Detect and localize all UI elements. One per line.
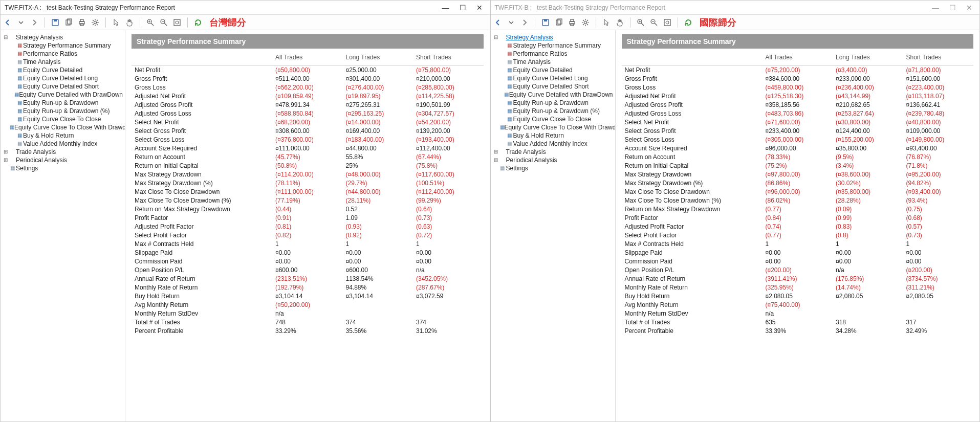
minimize-icon[interactable]: — — [932, 4, 939, 12]
tree-item[interactable]: ⊞Periodical Analysis — [3, 156, 123, 164]
zoomin-icon[interactable] — [146, 18, 155, 27]
row-label: Adjusted Net Profit — [132, 92, 272, 100]
tree-item[interactable]: ▦Equity Curve Detailed Short — [3, 82, 123, 91]
zoomout-icon[interactable] — [650, 18, 658, 27]
tree-item[interactable]: ▦Equity Curve Close To Close — [493, 115, 613, 123]
close-icon[interactable]: ✕ — [966, 4, 972, 12]
tree-expander-icon[interactable]: ⊞ — [3, 148, 9, 156]
row-label: Select Gross Profit — [132, 126, 272, 135]
tree-item[interactable]: ▦Equity Curve Close To Close With Drawdo… — [3, 123, 123, 131]
tree-item[interactable]: ▦Performance Ratios — [493, 50, 613, 58]
maximize-icon[interactable]: ☐ — [460, 4, 466, 12]
tree-item[interactable]: ▦Buy & Hold Return — [493, 131, 613, 140]
column-header: All Trades — [763, 52, 833, 65]
cell-value: (¤14,000.00) — [343, 118, 413, 126]
tree-item[interactable]: ▦Equity Run-up & Drawdown (%) — [493, 107, 613, 115]
tree-item[interactable]: ▦Equity Curve Detailed Long — [3, 74, 123, 82]
svg-rect-1 — [54, 19, 57, 21]
tree-item[interactable]: ▦Equity Curve Detailed — [3, 66, 123, 74]
cell-value: 635 — [763, 318, 833, 326]
tree-item[interactable]: ⊟Strategy Analysis — [3, 33, 123, 41]
cell-value: (0.82) — [272, 231, 343, 239]
zoomout-icon[interactable] — [160, 18, 168, 27]
tree-item[interactable]: ▦Performance Ratios — [3, 50, 123, 58]
tree-expander-icon[interactable]: ⊞ — [3, 156, 9, 164]
tree-expander-icon[interactable]: ⊞ — [493, 148, 499, 156]
tree-label: Strategy Performance Summary — [513, 41, 601, 50]
tree-item[interactable]: ▦Equity Curve Close To Close With Drawdo… — [493, 123, 613, 131]
tree-expander-icon[interactable]: ⊞ — [493, 156, 499, 164]
tree-item[interactable]: ▦Equity Run-up & Drawdown — [3, 99, 123, 107]
tree-item[interactable]: ▦Equity Curve Close To Close — [3, 115, 123, 123]
forward-icon[interactable] — [30, 18, 38, 27]
table-row: Buy Hold Return¤3,104.14¤3,104.14¤3,072.… — [132, 292, 484, 300]
cell-value: ¤0.00 — [763, 257, 833, 265]
tree-item[interactable]: ▦Equity Curve Detailed — [493, 66, 613, 74]
hand-icon[interactable] — [125, 18, 134, 27]
cell-value: (3.4%) — [833, 161, 903, 170]
refresh-icon[interactable] — [684, 18, 692, 27]
tree-item[interactable]: ▦Settings — [3, 164, 123, 172]
back-icon[interactable] — [4, 18, 12, 27]
row-label: Max Close To Close Drawdown (%) — [622, 196, 763, 205]
cell-value: (¤19,897.95) — [343, 92, 413, 100]
tree-item[interactable]: ▦Value Added Monthly Index — [493, 140, 613, 148]
cell-value: n/a — [833, 265, 903, 274]
tree-item[interactable]: ▦Equity Curve Detailed Long — [493, 74, 613, 82]
tree-item[interactable]: ⊞Periodical Analysis — [493, 156, 613, 164]
tree-item[interactable]: ⊞Trade Analysis — [3, 148, 123, 156]
cell-value: (¤93,400.00) — [903, 187, 974, 196]
tree-item[interactable]: ▦Equity Curve Detailed Short — [493, 82, 613, 91]
tree-item[interactable]: ▦Equity Run-up & Drawdown (%) — [3, 107, 123, 115]
table-row: Gross Loss(¤562,200.00)(¤276,400.00)(¤28… — [132, 83, 484, 92]
settings-icon[interactable] — [581, 18, 590, 27]
print-icon[interactable] — [78, 18, 86, 27]
tree-item[interactable]: ▦Settings — [493, 164, 613, 172]
dropdown-icon[interactable] — [17, 18, 25, 27]
zoomin-icon[interactable] — [637, 18, 645, 27]
settings-icon[interactable] — [91, 18, 99, 27]
print-icon[interactable] — [568, 18, 576, 27]
tree-item[interactable]: ⊞Trade Analysis — [493, 148, 613, 156]
close-icon[interactable]: ✕ — [476, 4, 483, 12]
save-icon[interactable] — [51, 18, 59, 27]
cell-value: ¤0.00 — [272, 257, 343, 265]
tree-expander-icon[interactable]: ⊟ — [3, 33, 9, 41]
tree-item[interactable]: ▦Strategy Performance Summary — [3, 41, 123, 50]
minimize-icon[interactable]: — — [442, 4, 449, 12]
hand-icon[interactable] — [616, 18, 624, 27]
tree-item[interactable]: ▦Time Analysis — [3, 58, 123, 66]
maximize-icon[interactable]: ☐ — [949, 4, 956, 12]
dropdown-icon[interactable] — [507, 18, 515, 27]
table-row: Select Net Profit(¤71,600.00)(¤30,800.00… — [622, 118, 974, 126]
row-label: Total # of Trades — [132, 318, 272, 326]
cell-value: (¤304,727.57) — [413, 109, 484, 118]
tree-item[interactable]: ▦Equity Curve Detailed with DrawDown — [493, 91, 613, 99]
forward-icon[interactable] — [520, 18, 529, 27]
cell-value: (0.75) — [903, 205, 974, 213]
cell-value: ¤0.00 — [903, 248, 974, 257]
save-icon[interactable] — [541, 18, 550, 27]
back-icon[interactable] — [494, 18, 502, 27]
zoomfit-icon[interactable] — [173, 18, 181, 27]
cell-value: ¤96,000.00 — [763, 144, 833, 152]
titlebar: TWF.FITX-B : _test Back-Testing Strategy… — [491, 1, 980, 15]
tree-item[interactable]: ▦Strategy Performance Summary — [493, 41, 613, 50]
tree-item[interactable]: ⊟Strategy Analysis — [493, 33, 613, 41]
tree-expander-icon[interactable]: ⊟ — [493, 33, 499, 41]
cell-value: n/a — [763, 309, 833, 318]
tree-item[interactable]: ▦Buy & Hold Return — [3, 131, 123, 140]
tree-item[interactable]: ▦Time Analysis — [493, 58, 613, 66]
copy-icon[interactable] — [555, 18, 563, 27]
cell-value: (0.64) — [413, 205, 484, 213]
cursor-icon[interactable] — [602, 18, 611, 27]
cell-value: ¤35,800.00 — [833, 144, 903, 152]
tree-item[interactable]: ▦Equity Curve Detailed with DrawDown — [3, 91, 123, 99]
tree-item[interactable]: ▦Equity Run-up & Drawdown — [493, 99, 613, 107]
refresh-icon[interactable] — [194, 18, 202, 27]
copy-icon[interactable] — [64, 18, 73, 27]
zoomfit-icon[interactable] — [663, 18, 671, 27]
cell-value: 25% — [343, 161, 413, 170]
tree-item[interactable]: ▦Value Added Monthly Index — [3, 140, 123, 148]
cursor-icon[interactable] — [112, 18, 120, 27]
